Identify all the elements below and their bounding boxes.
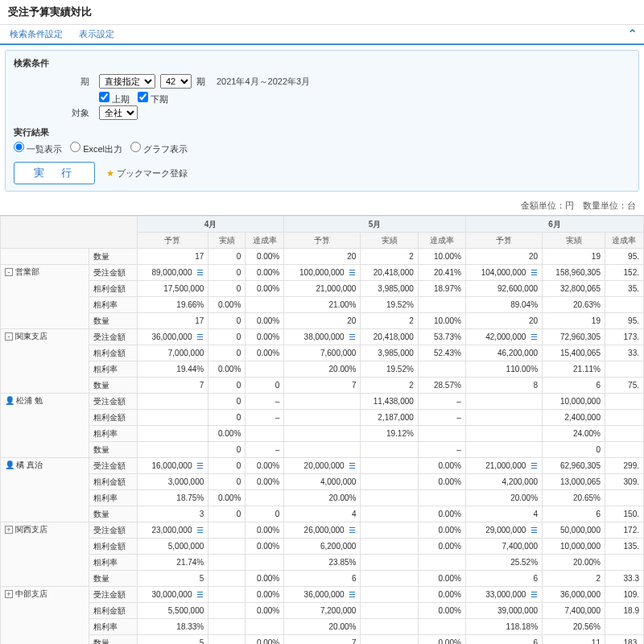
data-cell: 20,000,000 ☰ [284,458,361,474]
drill-icon[interactable]: ☰ [194,590,204,599]
data-cell: 4 [465,506,542,522]
data-cell [418,555,465,571]
drill-icon[interactable]: ☰ [194,461,204,470]
group-cell[interactable]: +中部支店 [1,587,89,645]
tab-search-settings[interactable]: 検索条件設定 [6,25,66,43]
drill-icon[interactable]: ☰ [528,461,538,470]
second-half-checkbox[interactable]: 下期 [138,92,168,105]
drill-icon[interactable]: ☰ [346,332,356,341]
data-cell [284,394,361,410]
data-cell: 20.00% [284,361,361,378]
data-cell: 0 [208,313,246,329]
data-cell: 0.00% [246,587,284,603]
expand-icon[interactable]: + [5,590,13,598]
drill-icon[interactable]: ☰ [528,590,538,599]
data-cell [605,410,643,426]
target-select[interactable]: 全社 [99,105,138,120]
radio-excel-output[interactable]: Excel出力 [70,142,122,155]
data-cell: 0 [208,410,246,426]
data-cell: 7 [284,378,361,394]
data-cell: 7,200,000 [284,603,361,619]
expand-icon[interactable]: + [5,526,13,534]
data-cell [361,555,418,571]
data-cell [208,555,246,571]
first-half-checkbox[interactable]: 上期 [99,92,130,105]
data-cell: 0.00% [246,571,284,587]
data-cell: 0.00% [208,361,246,378]
data-cell: 53.73% [418,329,465,345]
col-header: 予算 [284,233,361,249]
data-cell [208,619,246,635]
group-cell[interactable]: -関東支店 [1,329,89,394]
data-cell [361,458,418,474]
data-cell: 0.00% [246,522,284,539]
bookmark-link[interactable]: ★ブックマーク登録 [106,167,188,180]
data-cell: 0 [208,329,246,345]
metric-label: 受注金額 [89,329,137,345]
data-cell [605,442,643,458]
execute-button[interactable]: 実 行 [14,162,95,184]
data-cell: 0.00% [418,571,465,587]
drill-icon[interactable]: ☰ [528,526,538,535]
drill-icon[interactable]: ☰ [528,332,538,341]
metric-label: 受注金額 [89,587,137,603]
period-mode-select[interactable]: 直接指定 [99,74,155,89]
radio-graph-view[interactable]: グラフ表示 [130,142,188,155]
group-cell[interactable]: -営業部 [1,265,89,329]
data-cell: 21.11% [543,361,605,378]
data-cell [605,361,643,378]
data-cell [361,474,418,490]
data-cell [361,522,418,539]
drill-icon[interactable]: ☰ [346,526,356,535]
data-cell: 46,200,000 [465,345,542,361]
data-cell: 3,985,000 [361,281,418,297]
drill-icon[interactable]: ☰ [346,461,356,470]
metric-label: 数量 [89,506,137,522]
data-cell: 0.00% [246,603,284,619]
data-cell: 0.00% [246,458,284,474]
data-cell: 24.00% [543,426,605,442]
drill-icon[interactable]: ☰ [194,268,204,277]
data-cell [418,426,465,442]
data-cell: 20.63% [543,297,605,313]
data-cell: 3,000,000 [137,474,208,490]
data-cell: 32,800,065 [543,281,605,297]
period-label: 期 [14,76,94,88]
group-cell[interactable]: 👤橘 真治 [1,458,89,522]
metric-label: 数量 [89,635,137,645]
month-header: 5月 [284,217,466,233]
data-cell [361,442,418,458]
metric-label: 受注金額 [89,522,137,539]
data-cell: 100,000,000 ☰ [284,265,361,281]
metric-label: 粗利率 [89,555,137,571]
data-cell: 20 [465,313,542,329]
metric-label: 粗利率 [89,619,137,635]
expand-icon[interactable]: - [5,332,13,341]
metric-label: 粗利金額 [89,603,137,619]
target-label: 対象 [14,107,94,119]
data-cell [208,635,246,645]
data-cell: 0.00% [246,345,284,361]
data-cell [284,426,361,442]
collapse-panel-icon[interactable]: ⌃ [627,27,638,42]
data-grid: 4月5月6月予算実績達成率予算実績達成率予算実績達成率数量1700.00%202… [0,215,644,644]
period-number-select[interactable]: 42 [160,74,192,89]
group-cell[interactable]: +関西支店 [1,522,89,587]
radio-list-view[interactable]: 一覧表示 [14,142,62,155]
group-cell[interactable]: 👤松浦 勉 [1,394,89,458]
data-cell: 2,187,000 [361,410,418,426]
data-cell: 23,000,000 ☰ [137,522,208,539]
data-cell: 7,000,000 [137,345,208,361]
tab-display-settings[interactable]: 表示設定 [76,25,118,43]
drill-icon[interactable]: ☰ [194,332,204,341]
page-title: 受注予算実績対比 [8,5,636,19]
drill-icon[interactable]: ☰ [346,268,356,277]
drill-icon[interactable]: ☰ [194,526,204,535]
data-cell [465,426,542,442]
data-cell: 0.00% [418,587,465,603]
drill-icon[interactable]: ☰ [528,268,538,277]
expand-icon[interactable]: - [5,268,13,276]
data-cell: 2 [361,378,418,394]
data-cell [246,619,284,635]
drill-icon[interactable]: ☰ [346,590,356,599]
